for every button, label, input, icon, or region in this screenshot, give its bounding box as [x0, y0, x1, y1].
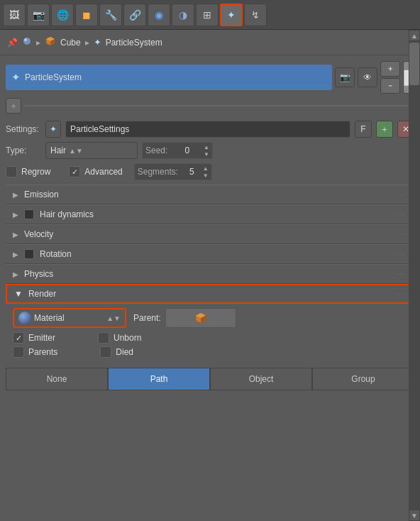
parent-input[interactable] — [165, 308, 236, 328]
toolbar-camera-btn[interactable]: 📷 — [27, 4, 50, 26]
type-dropdown[interactable]: Hair ▲▼ — [45, 142, 138, 159]
velocity-label: Velocity — [24, 229, 53, 239]
scrollbar-thumb[interactable] — [409, 43, 419, 85]
material-dropdown[interactable]: Material ▲▼ — [13, 308, 126, 328]
toolbar-texture-btn[interactable]: ⊞ — [196, 4, 219, 26]
render-arrow: ▼ — [14, 289, 23, 299]
emission-section[interactable]: ▶ Emission ··· — [6, 185, 414, 204]
render-content: Material ▲▼ Parent: Emitter — [6, 304, 414, 365]
material-arrow: ▲▼ — [106, 314, 121, 322]
parent-label: Parent: — [133, 313, 161, 323]
toolbar-physics-btn[interactable]: ↯ — [244, 4, 267, 26]
breadcrumb-cube-label: Cube — [60, 38, 81, 48]
died-checkbox[interactable] — [100, 346, 111, 358]
top-toolbar: 🖼 📷 🌐 ◼ 🔧 🔗 ◉ ◑ ⊞ ✦ ↯ — [0, 0, 420, 30]
velocity-arrow: ▶ — [13, 231, 18, 238]
toolbar-render-btn[interactable]: 🖼 — [3, 4, 26, 26]
regrow-row: Regrow Advanced Segments: 5 ▲ ▼ — [6, 163, 414, 180]
svg-point-1 — [24, 38, 27, 41]
hair-dynamics-dots: ··· — [397, 211, 407, 219]
advanced-label: Advanced — [84, 167, 122, 177]
svg-point-0 — [23, 38, 31, 45]
scroll-down-arrow[interactable]: ▼ — [409, 510, 420, 521]
settings-value[interactable]: ParticleSettings — [65, 121, 350, 138]
parents-died-row: Parents Died — [13, 346, 407, 358]
regrow-checkbox[interactable] — [6, 166, 17, 177]
breadcrumb-home-icon: 📌 — [7, 38, 18, 48]
unborn-checkbox[interactable] — [98, 332, 109, 344]
toolbar-data-btn[interactable]: ◉ — [148, 4, 170, 26]
breadcrumb: 📌 ▸ Cube ▸ ✦ ParticleSystem — [0, 30, 420, 55]
parent-field: Parent: — [133, 308, 236, 328]
velocity-dots: ··· — [397, 231, 407, 238]
toolbar-modifier-btn[interactable]: 🔧 — [99, 4, 122, 26]
breadcrumb-cube-icon — [45, 35, 56, 49]
advanced-item[interactable]: Advanced — [69, 166, 122, 177]
render-section-header[interactable]: ▼ Render ··· — [6, 284, 414, 304]
seed-label-inner: Seed: — [145, 146, 167, 155]
rotation-label: Rotation — [40, 249, 72, 259]
emitter-checkbox[interactable] — [13, 332, 24, 344]
died-item[interactable]: Died — [100, 346, 133, 358]
parents-checkbox[interactable] — [13, 346, 24, 358]
toolbar-material-btn[interactable]: ◑ — [172, 4, 194, 26]
segments-field[interactable]: Segments: 5 ▲ ▼ — [134, 163, 212, 180]
scroll-down-btn[interactable]: － — [380, 78, 400, 94]
seed-arrows: ▲ ▼ — [204, 144, 209, 158]
tab-path[interactable]: Path — [108, 368, 210, 390]
material-label: Material — [34, 313, 65, 323]
tab-group[interactable]: Group — [312, 368, 414, 390]
emission-dots: ··· — [397, 191, 407, 199]
velocity-section[interactable]: ▶ Velocity ··· — [6, 224, 414, 244]
toolbar-particles-btn[interactable]: ✦ — [220, 4, 243, 26]
seed-field[interactable]: Seed: 0 ▲ ▼ — [142, 142, 213, 159]
scroll-up-btn[interactable]: ＋ — [380, 61, 400, 77]
breadcrumb-sep2: ▸ — [85, 38, 89, 48]
hair-dynamics-section[interactable]: ▶ Hair dynamics ··· — [6, 204, 414, 224]
settings-label: Settings: — [6, 124, 41, 134]
unborn-item[interactable]: Unborn — [98, 332, 141, 344]
toolbar-constraint-btn[interactable]: 🔗 — [123, 4, 146, 26]
rotation-section[interactable]: ▶ Rotation ··· — [6, 244, 414, 264]
divider — [24, 105, 414, 106]
breadcrumb-object-icon — [22, 36, 32, 48]
parent-cube-icon — [194, 311, 208, 325]
settings-plus-btn[interactable]: ＋ — [376, 121, 393, 138]
ps-bar-name: ParticleSystem — [25, 72, 82, 82]
camera-icon-btn[interactable]: 📷 — [335, 67, 355, 87]
physics-dots: ··· — [397, 270, 407, 278]
render-label: Render — [28, 289, 56, 299]
breadcrumb-sep1: ▸ — [36, 38, 40, 48]
rotation-icon — [24, 249, 34, 259]
segments-arrows: ▲ ▼ — [203, 165, 209, 179]
tab-none[interactable]: None — [6, 368, 108, 390]
breadcrumb-particle-label: ParticleSystem — [106, 38, 162, 48]
tab-object[interactable]: Object — [210, 368, 312, 390]
emitter-item[interactable]: Emitter — [13, 332, 55, 344]
regrow-item[interactable]: Regrow — [6, 166, 50, 177]
bottom-tabs: None Path Object Group — [6, 368, 414, 390]
breadcrumb-particle-icon: ✦ — [94, 37, 101, 48]
parents-item[interactable]: Parents — [13, 346, 57, 358]
physics-section[interactable]: ▶ Physics ··· — [6, 264, 414, 284]
toolbar-world-btn[interactable]: 🌐 — [51, 4, 74, 26]
segments-label-inner: Segments: — [138, 167, 178, 177]
regrow-label: Regrow — [21, 167, 50, 177]
ps-bar-icon: ✦ — [11, 71, 21, 84]
advanced-checkbox[interactable] — [69, 166, 80, 177]
particle-system-bar[interactable]: ✦ ParticleSystem — [6, 65, 332, 90]
particle-add-row: ＋ — [6, 98, 414, 114]
toolbar-object-btn[interactable]: ◼ — [75, 4, 98, 26]
settings-icon[interactable]: ✦ — [45, 121, 61, 138]
emitter-label: Emitter — [28, 333, 55, 343]
hair-dynamics-label: Hair dynamics — [40, 209, 94, 219]
physics-arrow: ▶ — [13, 270, 18, 278]
emitter-unborn-row: Emitter Unborn — [13, 332, 407, 344]
parents-label: Parents — [28, 347, 57, 357]
settings-f-btn[interactable]: F — [355, 121, 372, 138]
main-content: ✦ ParticleSystem 📷 👁 ＋ － ▌ ＋ Settings: ✦… — [0, 55, 420, 521]
particle-system-row: ✦ ParticleSystem 📷 👁 ＋ － ▌ — [6, 61, 414, 94]
scroll-up-arrow[interactable]: ▲ — [409, 30, 420, 41]
eye-icon-btn[interactable]: 👁 — [358, 67, 377, 87]
add-particle-btn[interactable]: ＋ — [6, 98, 21, 114]
